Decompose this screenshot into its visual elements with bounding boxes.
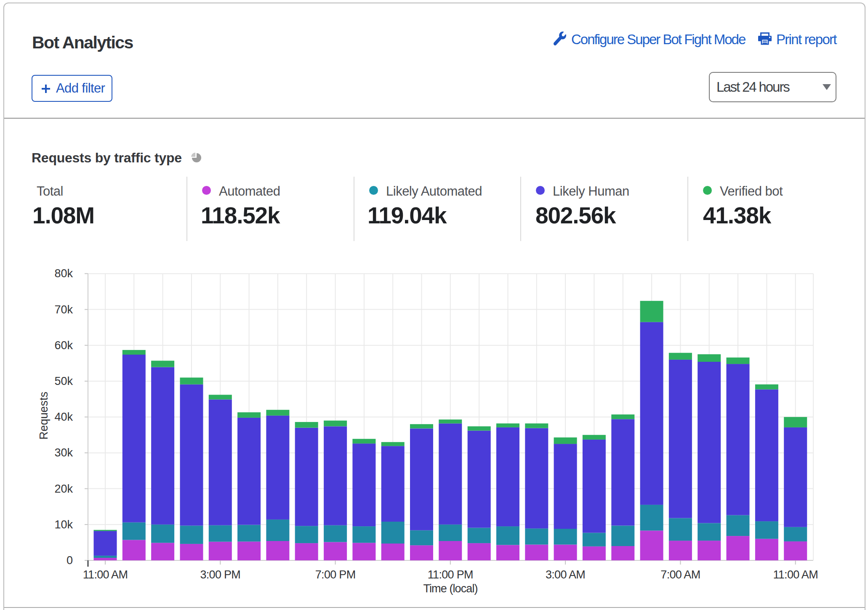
svg-text:11:00 AM: 11:00 AM (83, 568, 128, 581)
svg-text:7:00 AM: 7:00 AM (660, 568, 700, 581)
svg-text:7:00 PM: 7:00 PM (315, 568, 356, 581)
svg-text:0: 0 (67, 554, 73, 567)
svg-text:50k: 50k (54, 375, 73, 387)
svg-text:20k: 20k (54, 483, 73, 495)
svg-text:Requests: Requests (37, 392, 50, 440)
svg-text:80k: 80k (54, 267, 73, 280)
svg-text:70k: 70k (54, 303, 73, 316)
svg-text:3:00 PM: 3:00 PM (200, 568, 240, 581)
svg-text:11:00 PM: 11:00 PM (428, 568, 473, 581)
svg-text:30k: 30k (54, 446, 73, 459)
svg-text:11:00 AM: 11:00 AM (773, 568, 817, 581)
svg-text:60k: 60k (54, 339, 73, 352)
svg-text:3:00 AM: 3:00 AM (546, 568, 585, 581)
svg-text:10k: 10k (54, 518, 73, 531)
svg-text:40k: 40k (54, 411, 73, 423)
svg-text:Time (local): Time (local) (423, 582, 477, 595)
